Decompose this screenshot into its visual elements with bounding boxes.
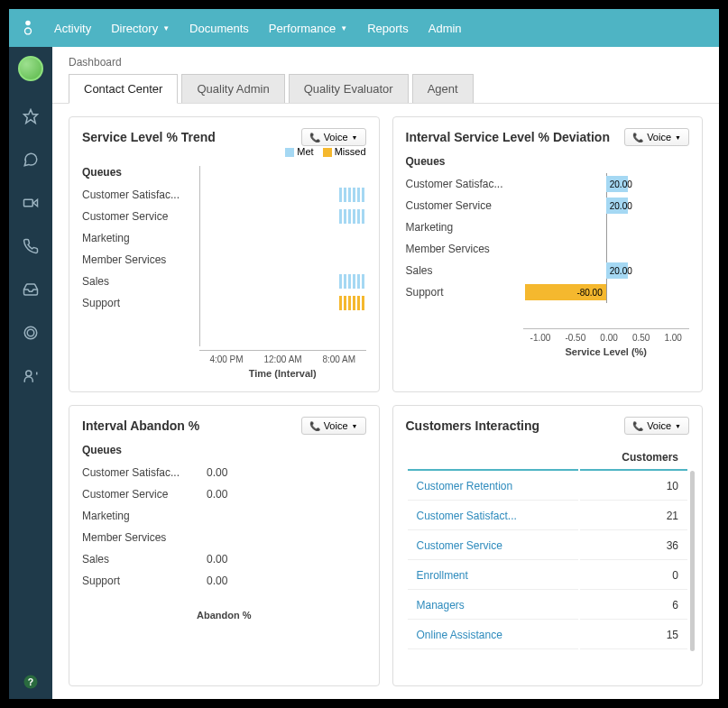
- queues-header: Queues: [82, 166, 199, 179]
- svg-point-7: [26, 371, 32, 376]
- nav-documents[interactable]: Documents: [189, 22, 249, 35]
- phone-icon: 📞: [632, 133, 643, 143]
- phone-icon: 📞: [309, 133, 320, 143]
- queue-label: Sales: [406, 260, 523, 281]
- phone-icon[interactable]: [23, 238, 39, 254]
- nav-activity[interactable]: Activity: [54, 22, 91, 35]
- svg-point-0: [25, 21, 31, 26]
- table-row[interactable]: Customer Service36: [408, 532, 688, 560]
- tab-quality-admin[interactable]: Quality Admin: [181, 74, 284, 103]
- queue-label: Marketing: [406, 216, 523, 238]
- svg-marker-2: [24, 110, 38, 124]
- card-customers-interacting: Customers Interacting 📞Voice▼ Customers …: [392, 405, 704, 686]
- queue-label: Member Services: [406, 238, 523, 260]
- x-axis-label: Abandon %: [82, 610, 366, 621]
- chat-icon[interactable]: [23, 152, 39, 168]
- voice-dropdown[interactable]: 📞Voice▼: [624, 128, 689, 146]
- inbox-icon[interactable]: [23, 281, 39, 298]
- abandon-value: 0.00: [207, 548, 227, 570]
- tab-quality-evaluator[interactable]: Quality Evaluator: [289, 74, 409, 103]
- svg-rect-3: [24, 199, 33, 207]
- caret-down-icon: ▼: [162, 24, 170, 32]
- svg-point-1: [25, 28, 32, 34]
- star-icon[interactable]: [23, 108, 39, 124]
- tab-agent[interactable]: Agent: [412, 74, 474, 103]
- abandon-value: 0.00: [207, 570, 227, 592]
- video-icon[interactable]: [23, 195, 39, 211]
- phone-icon: 📞: [309, 421, 320, 431]
- queue-label: Marketing: [82, 505, 199, 527]
- deviation-bar: 20.00: [606, 198, 628, 214]
- svg-marker-4: [33, 199, 38, 207]
- caret-down-icon: ▼: [675, 423, 681, 429]
- queue-label: Marketing: [82, 227, 199, 249]
- queue-label: Member Services: [82, 527, 199, 548]
- queue-label: Support: [406, 281, 523, 303]
- svg-text:?: ?: [28, 676, 33, 687]
- svg-point-6: [27, 329, 34, 336]
- col-header-customers: Customers: [580, 446, 687, 471]
- bar-met: [339, 274, 366, 289]
- bar-met: [339, 188, 366, 202]
- card-title: Service Level % Trend: [82, 130, 216, 144]
- tab-contact-center[interactable]: Contact Center: [69, 74, 178, 104]
- dashboard-tabs: Contact Center Quality Admin Quality Eva…: [52, 74, 719, 104]
- legend-swatch-missed: [323, 148, 332, 157]
- card-service-level-trend: Service Level % Trend 📞Voice▼ Queues Cus…: [69, 116, 380, 392]
- person-sound-icon[interactable]: [23, 368, 39, 384]
- deviation-bar: -80.00: [525, 284, 606, 300]
- voice-dropdown[interactable]: 📞Voice▼: [624, 417, 689, 435]
- card-title: Interval Service Level % Deviation: [406, 130, 610, 144]
- card-interval-abandon: Interval Abandon % 📞Voice▼ Queues Custom…: [69, 405, 380, 686]
- avatar[interactable]: [18, 56, 43, 81]
- bar-missed: [339, 296, 366, 310]
- queue-label: Support: [82, 570, 199, 592]
- side-nav: ?: [9, 47, 52, 699]
- caret-down-icon: ▼: [352, 134, 358, 141]
- card-title: Customers Interacting: [406, 418, 540, 433]
- table-row[interactable]: Managers6: [408, 592, 688, 620]
- queue-label: Sales: [82, 548, 199, 570]
- nav-directory[interactable]: Directory▼: [111, 22, 170, 35]
- nav-reports[interactable]: Reports: [367, 22, 409, 35]
- card-service-level-deviation: Interval Service Level % Deviation 📞Voic…: [392, 116, 704, 392]
- legend-swatch-met: [285, 148, 294, 157]
- abandon-value: 0.00: [207, 462, 227, 483]
- x-axis: -1.00 -0.50 0.00 0.50 1.00: [523, 328, 690, 343]
- queue-label: Customer Service: [406, 195, 523, 216]
- nav-admin[interactable]: Admin: [429, 22, 462, 35]
- table-row[interactable]: Online Assistance15: [408, 621, 688, 649]
- table-row[interactable]: Customer Retention10: [408, 473, 688, 501]
- queue-label: Customer Service: [82, 206, 199, 227]
- table-row[interactable]: Enrollment0: [408, 562, 688, 590]
- help-icon[interactable]: ?: [23, 674, 39, 690]
- svg-point-5: [24, 326, 37, 339]
- abandon-value: 0.00: [207, 483, 227, 505]
- chart-legend: Met Missed: [285, 146, 365, 157]
- queues-header: Queues: [406, 155, 523, 168]
- top-nav: Activity Directory▼ Documents Performanc…: [9, 9, 719, 47]
- table-row[interactable]: Customer Satisfact...21: [408, 502, 688, 530]
- queue-label: Support: [82, 292, 199, 314]
- customers-table: Customers Customer Retention10 Customer …: [406, 444, 690, 651]
- card-title: Interval Abandon %: [82, 418, 199, 433]
- queue-label: Customer Satisfac...: [82, 184, 199, 206]
- phone-icon: 📞: [632, 421, 643, 431]
- voice-dropdown[interactable]: 📞Voice▼: [301, 128, 366, 146]
- target-icon[interactable]: [23, 325, 39, 341]
- deviation-bar: 20.00: [606, 262, 628, 279]
- caret-down-icon: ▼: [675, 134, 681, 141]
- x-axis-label: Service Level (%): [523, 346, 690, 357]
- voice-dropdown[interactable]: 📞Voice▼: [301, 417, 366, 435]
- breadcrumb: Dashboard: [52, 47, 719, 74]
- nav-performance[interactable]: Performance▼: [269, 22, 347, 35]
- queue-label: Customer Satisfac...: [406, 173, 523, 195]
- queue-label: Sales: [82, 271, 199, 292]
- x-axis: 4:00 PM 12:00 AM 8:00 AM: [199, 350, 366, 364]
- queues-header: Queues: [82, 444, 199, 456]
- caret-down-icon: ▼: [352, 423, 358, 429]
- queue-label: Member Services: [82, 249, 199, 271]
- caret-down-icon: ▼: [340, 24, 347, 32]
- scrollbar[interactable]: [690, 471, 695, 651]
- bar-met: [339, 209, 366, 224]
